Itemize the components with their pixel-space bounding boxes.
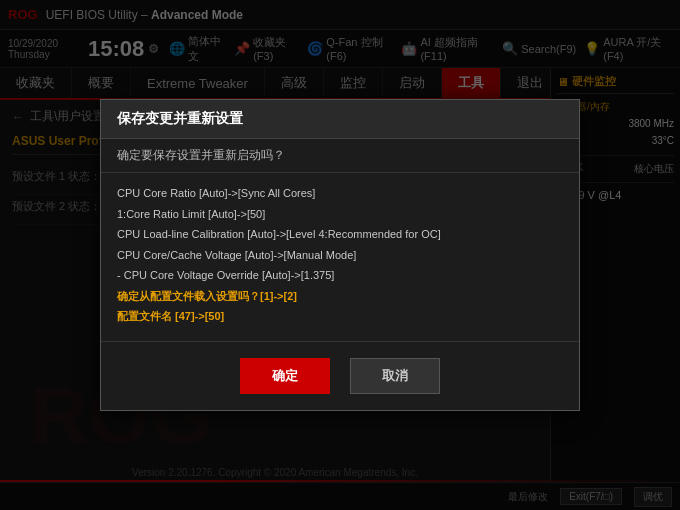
dialog-item-6: 确定从配置文件载入设置吗？[1]->[2] [117,288,563,305]
dialog-item-3: CPU Load-line Calibration [Auto]->[Level… [117,226,563,243]
dialog-item-1: CPU Core Ratio [Auto]->[Sync All Cores] [117,185,563,202]
cancel-button[interactable]: 取消 [350,358,440,394]
dialog-footer: 确定 取消 [101,341,579,410]
dialog-title: 保存变更并重新设置 [101,100,579,139]
dialog-box: 保存变更并重新设置 确定要保存设置并重新启动吗？ CPU Core Ratio … [100,99,580,411]
dialog-item-5: - CPU Core Voltage Override [Auto]->[1.3… [117,267,563,284]
dialog-item-4: CPU Core/Cache Voltage [Auto]->[Manual M… [117,247,563,264]
dialog-subtitle: 确定要保存设置并重新启动吗？ [101,139,579,173]
dialog-body: CPU Core Ratio [Auto]->[Sync All Cores] … [101,173,579,341]
dialog-item-2: 1:Core Ratio Limit [Auto]->[50] [117,206,563,223]
confirm-button[interactable]: 确定 [240,358,330,394]
dialog-overlay: 保存变更并重新设置 确定要保存设置并重新启动吗？ CPU Core Ratio … [0,0,680,510]
dialog-item-7: 配置文件名 [47]->[50] [117,308,563,325]
